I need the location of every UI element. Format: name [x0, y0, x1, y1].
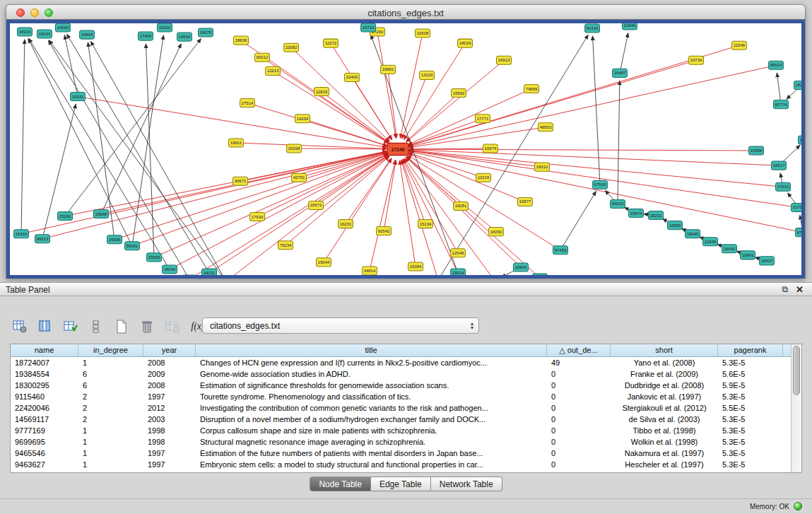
table-panel-header[interactable]: Table Panel ⧉ ✕ — [0, 282, 812, 296]
scrollbar-thumb[interactable] — [793, 346, 800, 395]
graph-node[interactable]: 16231 — [339, 220, 353, 228]
delete-table-icon[interactable] — [137, 317, 157, 336]
graph-node[interactable]: 30671 — [233, 177, 248, 185]
graph-node[interactable]: 16950 — [668, 221, 683, 230]
graph-node[interactable]: 93919 — [611, 199, 625, 208]
graph-node[interactable]: 81310 — [585, 24, 600, 33]
tab-edge-table[interactable]: Edge Table — [371, 477, 431, 491]
graph-node[interactable]: 17933 — [250, 213, 265, 221]
table-row[interactable]: 1938455462009Genome-wide association stu… — [11, 368, 791, 380]
graph-node[interactable]: 16487 — [613, 69, 628, 77]
graph-node[interactable]: 14000 — [56, 23, 71, 32]
graph-node[interactable]: 48503 — [539, 123, 553, 132]
graph-node[interactable]: 16861 — [381, 65, 396, 74]
graph-node[interactable]: 14204 — [295, 115, 310, 123]
graph-node[interactable]: 92450 — [533, 274, 548, 275]
table-row[interactable]: 1830029562008Estimation of significance … — [11, 380, 791, 391]
column-header-pagerank[interactable]: pagerank — [718, 344, 783, 356]
graph-node[interactable]: 22608 — [416, 29, 430, 37]
graph-node[interactable]: 18333 — [37, 30, 52, 38]
column-visibility-icon[interactable] — [35, 317, 55, 336]
graph-node[interactable]: 20560 — [147, 253, 162, 262]
new-column-icon[interactable] — [61, 317, 81, 336]
graph-node[interactable]: 13216 — [476, 173, 491, 182]
graph-node[interactable]: 21700 — [792, 203, 802, 211]
graph-node[interactable]: 18019 — [458, 39, 473, 47]
graph-node[interactable]: 12940 — [703, 238, 718, 246]
graph-node[interactable]: 92542 — [377, 227, 392, 235]
graph-node[interactable]: 42751 — [292, 173, 307, 182]
window-titlebar[interactable]: citations_edges.txt — [6, 4, 806, 20]
graph-node[interactable]: 10674 — [483, 144, 498, 153]
graph-node[interactable]: 16913 — [497, 56, 512, 64]
close-icon[interactable]: ✕ — [796, 284, 804, 295]
graph-node[interactable]: 67919 — [593, 180, 608, 189]
graph-node[interactable]: 19322 — [158, 23, 172, 32]
graph-node[interactable]: 82774 — [774, 100, 789, 109]
graph-node[interactable]: 20531 — [71, 93, 86, 101]
graph-node[interactable]: 13220 — [420, 71, 435, 79]
graph-node[interactable]: 15723 — [361, 23, 376, 32]
graph-node[interactable]: 20671 — [309, 201, 324, 209]
graph-node[interactable]: 14143 — [799, 136, 802, 144]
hub-node[interactable]: 17240 — [387, 143, 408, 155]
graph-node[interactable]: 15384 — [408, 262, 423, 271]
graph-node[interactable]: 17771 — [476, 115, 490, 123]
graph-node[interactable]: 18427 — [760, 257, 775, 265]
table-row[interactable]: 946554611997Estimation of the future num… — [11, 448, 791, 459]
graph-node[interactable]: 18046 — [163, 265, 177, 274]
graph-node[interactable]: 23082 — [284, 43, 299, 52]
table-selector-dropdown[interactable]: citations_edges.txt ▲▼ — [202, 317, 479, 334]
table-grid[interactable]: namein_degreeyeartitle△ out_de...shortpa… — [11, 344, 791, 472]
graph-node[interactable]: 19734 — [689, 56, 704, 64]
graph-node[interactable]: 15231 — [649, 211, 664, 219]
graph-node[interactable]: 22400 — [345, 73, 360, 81]
graph-node[interactable]: 10943 — [741, 251, 755, 259]
column-header-short[interactable]: short — [611, 344, 718, 356]
graph-node[interactable]: 12213 — [266, 66, 281, 75]
graph-node[interactable]: 18838 — [234, 36, 249, 45]
graph-node[interactable]: 67720 — [796, 228, 802, 237]
graph-node[interactable]: 14604 — [177, 33, 192, 41]
graph-node[interactable]: 15514 — [451, 269, 466, 275]
table-row[interactable]: 969969511998Structural magnetic resonanc… — [11, 436, 791, 448]
graph-node[interactable]: 17459 — [139, 32, 153, 40]
graph-node[interactable]: 15958 — [749, 146, 764, 155]
table-row[interactable]: 911546021997Tourette syndrome. Phenomeno… — [11, 391, 791, 402]
table-row[interactable]: 1872400712008Changes of HCN gene express… — [11, 357, 791, 368]
network-canvas[interactable]: 1724012815142042025842751206711623192542… — [10, 23, 801, 275]
graph-node[interactable]: 15906 — [107, 235, 122, 244]
graph-node[interactable]: 18331 — [202, 269, 217, 275]
graph-node[interactable]: 15134 — [418, 220, 433, 228]
graph-node[interactable]: 18945 — [686, 230, 700, 238]
graph-node[interactable]: 12815 — [314, 88, 329, 96]
graph-node[interactable]: 21849 — [623, 23, 637, 30]
column-header-title[interactable]: title — [196, 344, 547, 356]
column-header-year[interactable]: year — [143, 344, 196, 356]
new-file-icon[interactable] — [112, 317, 131, 336]
graph-node[interactable]: 11548 — [732, 41, 747, 49]
graph-node[interactable]: 74859 — [524, 84, 539, 93]
column-header-name[interactable]: name — [11, 344, 78, 356]
graph-node[interactable]: 19568 — [94, 209, 109, 218]
graph-node[interactable]: 16257 — [794, 81, 802, 89]
graph-node[interactable]: 18517 — [772, 161, 787, 170]
graph-node[interactable]: 17033 — [776, 182, 791, 191]
table-row[interactable]: 2242004622012Investigating the contribut… — [11, 402, 791, 414]
tab-node-table[interactable]: Node Table — [310, 477, 371, 491]
table-row[interactable]: 946362711997Embryonic stem cells: a mode… — [11, 459, 791, 470]
graph-node[interactable]: 19811 — [229, 139, 244, 147]
graph-node[interactable]: 20258 — [287, 144, 302, 153]
import-table-icon[interactable] — [163, 317, 182, 336]
graph-node[interactable]: 76234 — [278, 241, 293, 250]
graph-node[interactable]: 16442 — [722, 245, 737, 253]
graph-node[interactable]: 10841 — [514, 263, 529, 271]
graph-node[interactable]: 16916 — [18, 28, 33, 36]
graph-node[interactable]: 59051 — [125, 242, 140, 250]
graph-node[interactable]: 16316 — [14, 230, 29, 238]
graph-node[interactable]: 27514 — [240, 99, 255, 107]
network-svg[interactable]: 1724012815142042025842751206711623192542… — [10, 23, 801, 275]
table-options-icon[interactable] — [10, 317, 30, 336]
graph-node[interactable]: 25260 — [58, 211, 73, 220]
table-scrollbar[interactable] — [791, 344, 801, 472]
